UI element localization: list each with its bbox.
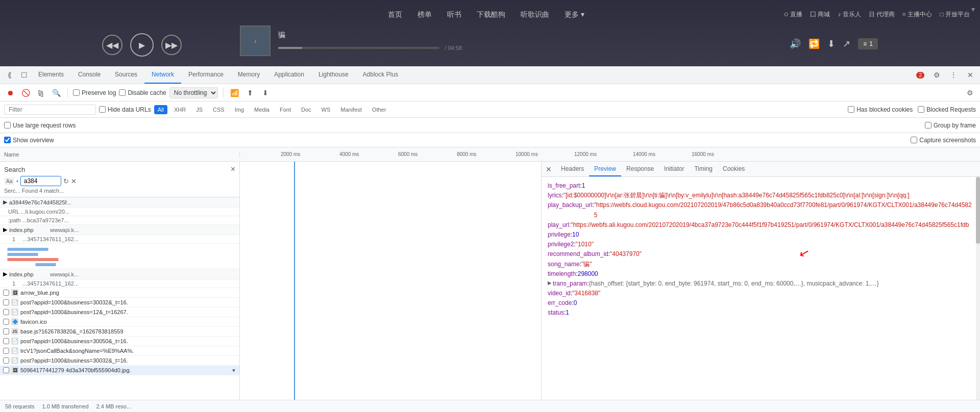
clear-button[interactable]: 🚫 xyxy=(19,87,32,99)
request-list[interactable]: ▶ a38449e76c74d45825f... URL ...li.kugou… xyxy=(0,197,239,400)
nav-chart[interactable]: 榜单 xyxy=(418,10,432,19)
upload-icon[interactable]: ⬆ xyxy=(244,87,256,99)
share-icon[interactable]: ↗ xyxy=(843,38,850,49)
filter-xhr[interactable]: XHR xyxy=(170,105,189,114)
nav-open[interactable]: □ 开放平台 xyxy=(940,10,970,19)
group-by-frame-label[interactable]: Group by frame xyxy=(925,122,976,129)
tab-performance[interactable]: Performance xyxy=(181,66,231,84)
use-large-rows-checkbox[interactable] xyxy=(4,122,11,128)
more-icon[interactable]: ⋮ xyxy=(946,68,961,82)
req-post3[interactable]: 📄 post?appid=1000&business=30050&_t=16. xyxy=(0,337,239,346)
filter-manifest[interactable]: Manifest xyxy=(337,105,365,114)
json-trans-param[interactable]: ▶ trans_param: {hash_offset: {start_byte… xyxy=(548,279,974,289)
scrollbar-thumb[interactable] xyxy=(976,177,980,244)
tab-lighthouse[interactable]: Lighthouse xyxy=(311,66,356,84)
use-large-rows-label[interactable]: Use large request rows xyxy=(4,122,76,129)
req-lrc[interactable]: 📄 lrcV1?jsonCallBack&songName=%E9%AA%. xyxy=(0,346,239,356)
tab-initiator[interactable]: Initiator xyxy=(659,162,689,176)
tab-elements[interactable]: Elements xyxy=(31,66,71,84)
req-checkbox3[interactable] xyxy=(3,309,9,315)
dock-icon[interactable]: ⟪ xyxy=(3,68,17,82)
blocked-requests-checkbox[interactable] xyxy=(918,106,924,113)
nav-download[interactable]: 下载酷狗 xyxy=(477,10,505,19)
blocked-cookies-checkbox[interactable] xyxy=(848,106,854,113)
search-icon-btn[interactable]: 🔍 xyxy=(50,87,62,99)
hide-data-urls-checkbox[interactable] xyxy=(99,106,106,113)
tab-console[interactable]: Console xyxy=(71,66,108,84)
req-post2[interactable]: 📄 post?appid=1000&business=12&_t=16267. xyxy=(0,307,239,317)
filter-input[interactable] xyxy=(4,105,96,115)
filter-js[interactable]: JS xyxy=(192,105,206,114)
nav-musician[interactable]: ♪ 音乐人 xyxy=(838,10,861,19)
search-refresh-btn[interactable]: ↻ xyxy=(63,177,69,185)
filter-all[interactable]: All xyxy=(154,105,167,114)
nav-more[interactable]: 更多 ▾ xyxy=(565,10,584,19)
next-button[interactable]: ▶▶ xyxy=(161,35,182,55)
filter-ws[interactable]: WS xyxy=(318,105,334,114)
tab-network[interactable]: Network xyxy=(144,66,181,84)
req-post1[interactable]: 📄 post?appid=1000&business=30032&_t=16. xyxy=(0,298,239,307)
group1-header[interactable]: ▶ a38449e76c74d45825f... xyxy=(0,197,239,208)
blocked-cookies-label[interactable]: Has blocked cookies xyxy=(848,106,913,113)
search-clear-btn[interactable]: ✕ xyxy=(71,177,77,185)
req-checkbox6[interactable] xyxy=(3,338,9,344)
nav-audio[interactable]: 听书 xyxy=(447,10,461,19)
search-input[interactable] xyxy=(20,176,61,186)
tab-response[interactable]: Response xyxy=(621,162,659,176)
close-icon[interactable]: ✕ xyxy=(963,68,977,82)
prev-button[interactable]: ◀◀ xyxy=(102,35,122,55)
repeat-icon[interactable]: 🔁 xyxy=(808,38,820,49)
tab-adblock[interactable]: Adblock Plus xyxy=(356,66,405,84)
req-checkbox5[interactable] xyxy=(3,328,9,334)
settings2-icon[interactable]: ⚙ xyxy=(964,87,976,99)
tab-timing[interactable]: Timing xyxy=(689,162,718,176)
download2-icon[interactable]: ⬇ xyxy=(259,87,272,99)
req-checkbox8[interactable] xyxy=(3,357,9,364)
download-icon[interactable]: ⬇ xyxy=(827,38,835,49)
show-overview-label[interactable]: Show overview xyxy=(4,137,54,144)
req-checkbox7[interactable] xyxy=(3,348,9,354)
filter-img[interactable]: Img xyxy=(231,105,248,114)
settings-icon[interactable]: ⚙ xyxy=(929,68,944,82)
search-close-btn[interactable]: × xyxy=(231,165,235,174)
req-checkbox9[interactable] xyxy=(3,367,9,373)
req-favicon[interactable]: 🔷 favicon.ico xyxy=(0,317,239,327)
req-post4[interactable]: 📄 post?appid=1000&business=30032&_t=16. xyxy=(0,356,239,366)
req-checkbox[interactable] xyxy=(3,290,9,296)
nav-identify[interactable]: 听歌识曲 xyxy=(521,10,549,19)
req-checkbox4[interactable] xyxy=(3,319,9,325)
nav-agent[interactable]: 日 代理商 xyxy=(869,10,895,19)
disable-cache-label[interactable]: Disable cache xyxy=(119,89,166,96)
filter-icon-btn[interactable]: ⧎ xyxy=(35,87,47,99)
req-checkbox2[interactable] xyxy=(3,299,9,305)
filter-doc[interactable]: Doc xyxy=(298,105,315,114)
tab-memory[interactable]: Memory xyxy=(231,66,267,84)
capture-screenshots-label[interactable]: Capture screenshots xyxy=(911,137,976,144)
req-img[interactable]: 🖼 50964177441279 4d3a3470bf555904d0.jpg.… xyxy=(0,366,239,375)
play-button[interactable]: ▶ xyxy=(130,33,154,57)
group2-header[interactable]: ▶ index.php wwwapi.k... xyxy=(0,225,239,235)
req-basejs[interactable]: JS base.js?1626783820&_=1626783818559 xyxy=(0,327,239,337)
nav-anchor[interactable]: ⌗ 主播中心 xyxy=(902,10,932,19)
preserve-log-label[interactable]: Preserve log xyxy=(73,89,116,96)
preserve-log-checkbox[interactable] xyxy=(73,89,80,96)
nav-live[interactable]: ✩ 直播 xyxy=(783,10,802,19)
hide-data-urls-label[interactable]: Hide data URLs xyxy=(99,106,151,113)
filter-other[interactable]: Other xyxy=(369,105,390,114)
disable-cache-checkbox[interactable] xyxy=(119,89,126,96)
tab-preview[interactable]: Preview xyxy=(589,162,621,176)
filter-media[interactable]: Media xyxy=(251,105,273,114)
tab-sources[interactable]: Sources xyxy=(108,66,144,84)
panel-close-btn[interactable]: ✕ xyxy=(546,165,552,173)
show-overview-checkbox[interactable] xyxy=(4,137,11,143)
device-icon[interactable]: ☐ xyxy=(17,68,31,82)
req-arrow-blue[interactable]: 🖼 arrow_blue.png xyxy=(0,288,239,298)
progress-bar[interactable]: / 04:58 xyxy=(278,45,462,51)
scrollbar-track[interactable] xyxy=(976,177,980,400)
tab-application[interactable]: Application xyxy=(267,66,311,84)
filter-font[interactable]: Font xyxy=(276,105,295,114)
wifi-icon[interactable]: 📶 xyxy=(229,87,241,99)
tab-headers[interactable]: Headers xyxy=(556,162,589,176)
tab-cookies[interactable]: Cookies xyxy=(718,162,750,176)
throttle-select[interactable]: No throttling xyxy=(169,87,218,98)
